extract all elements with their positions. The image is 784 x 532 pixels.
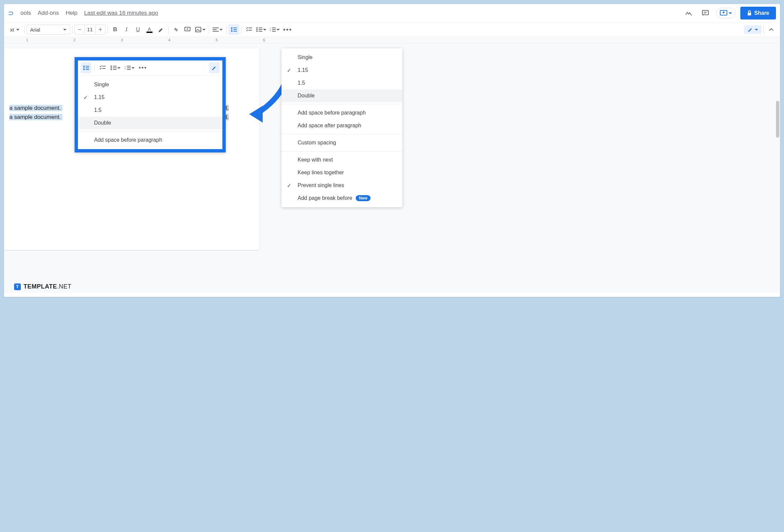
paragraph-style-select[interactable]: xt (7, 24, 22, 35)
spacing-option-15[interactable]: 1.5 (281, 77, 402, 89)
spacing-option-double[interactable]: Double (281, 89, 402, 102)
check-icon: ✓ (83, 94, 88, 101)
italic-button[interactable]: I (121, 24, 132, 35)
svg-text:2: 2 (124, 67, 126, 69)
check-icon: ✓ (287, 183, 291, 189)
menu-tools[interactable]: ools (21, 10, 31, 17)
line-spacing-button[interactable] (81, 62, 91, 73)
menubar: ⊃ ools Add-ons Help Last edit was 16 min… (4, 4, 780, 22)
svg-point-31 (111, 65, 112, 67)
chevron-down-icon (755, 29, 758, 31)
collapse-button[interactable] (766, 24, 777, 35)
scrollbar[interactable] (776, 101, 779, 138)
ruler-mark: 5 (216, 38, 218, 42)
spacing-option-double[interactable]: Double (78, 116, 222, 129)
checklist-button[interactable] (97, 62, 108, 73)
spacing-option-115[interactable]: ✓1.15 (78, 91, 222, 104)
keep-with-next[interactable]: Keep with next (281, 153, 402, 166)
font-select[interactable]: Arial (27, 25, 70, 35)
app-window: ⊃ ools Add-ons Help Last edit was 16 min… (4, 4, 780, 297)
editing-mode-button[interactable] (744, 25, 761, 34)
check-icon: ✓ (287, 67, 291, 74)
highlight-button[interactable] (156, 24, 166, 35)
ruler-mark: 6 (263, 38, 265, 42)
present-button[interactable] (716, 8, 736, 19)
spacing-option-single[interactable]: Single (78, 78, 222, 91)
increase-size-button[interactable]: + (96, 25, 105, 34)
custom-spacing[interactable]: Custom spacing (281, 136, 402, 149)
text-color-button[interactable]: A (144, 24, 155, 35)
svg-text:2: 2 (270, 29, 271, 31)
pencil-icon (747, 27, 753, 33)
numbered-list-button[interactable]: 12 (269, 24, 281, 35)
checklist-button[interactable] (244, 24, 254, 35)
link-button[interactable] (171, 24, 181, 35)
svg-rect-4 (748, 13, 751, 16)
menu-separator (281, 151, 402, 151)
ruler-mark: 2 (74, 38, 76, 42)
pencil-button[interactable] (209, 62, 220, 73)
comments-icon[interactable] (699, 7, 711, 19)
decrease-size-button[interactable]: − (75, 25, 84, 34)
image-button[interactable] (194, 24, 207, 35)
numbered-list-button[interactable]: 12 (123, 62, 136, 73)
bullet-list-button[interactable] (255, 24, 268, 35)
chevron-down-icon (263, 29, 267, 31)
svg-point-17 (256, 31, 258, 32)
svg-rect-0 (702, 10, 708, 15)
comment-button[interactable] (182, 24, 193, 35)
callout-toolbar: 12 ••• (78, 60, 222, 76)
callout-menu: Single ✓1.15 1.5 Double Add space before… (78, 76, 222, 149)
watermark-icon: T (14, 283, 21, 290)
lock-icon (747, 10, 752, 16)
chevron-down-icon (16, 29, 20, 31)
svg-point-33 (111, 69, 112, 70)
font-size-value[interactable]: 11 (84, 25, 96, 34)
chevron-down-icon (219, 29, 223, 31)
menu-help[interactable]: Help (66, 10, 78, 17)
ruler-mark: 1 (26, 38, 28, 42)
add-page-break-before[interactable]: Add page break beforeNew (281, 192, 402, 204)
chevron-down-icon (276, 29, 280, 31)
spacing-option-15[interactable]: 1.5 (78, 104, 222, 116)
last-edit-link[interactable]: Last edit was 16 minutes ago (84, 10, 158, 17)
menu-addons[interactable]: Add-ons (38, 10, 59, 17)
line-spacing-menu: Single ✓1.15 1.5 Double Add space before… (281, 48, 402, 207)
font-size-control: − 11 + (75, 25, 106, 35)
prevent-single-lines[interactable]: ✓Prevent single lines (281, 179, 402, 192)
menu-separator (281, 134, 402, 134)
new-badge: New (356, 195, 371, 201)
chevron-down-icon (117, 67, 120, 69)
activity-icon[interactable] (682, 7, 695, 19)
more-button[interactable]: ••• (137, 62, 148, 73)
toolbar: xt Arial − 11 + B I U A (4, 22, 780, 37)
document-area: a sample document. cument. a sample docu… (4, 44, 780, 293)
chevron-down-icon (729, 12, 732, 14)
share-label: Share (754, 10, 769, 16)
ruler[interactable]: 1 2 3 4 5 6 (4, 37, 780, 44)
line-spacing-button[interactable] (228, 24, 239, 35)
bold-button[interactable]: B (110, 24, 120, 35)
callout-box: 12 ••• Single ✓1.15 1.5 Double Add space… (75, 57, 226, 152)
share-button[interactable]: Share (740, 7, 776, 20)
align-button[interactable] (211, 24, 224, 35)
spacing-option-single[interactable]: Single (281, 51, 402, 64)
spacing-option-115[interactable]: ✓1.15 (281, 64, 402, 77)
ruler-mark: 4 (168, 38, 170, 42)
chevron-down-icon (131, 67, 135, 69)
chevron-down-icon (202, 29, 205, 31)
add-space-before[interactable]: Add space before paragraph (78, 134, 222, 146)
menu-separator (78, 131, 222, 132)
bullet-list-button[interactable] (109, 62, 122, 73)
ruler-mark: 3 (121, 38, 123, 42)
keep-lines-together[interactable]: Keep lines together (281, 166, 402, 179)
add-space-after[interactable]: Add space after paragraph (281, 119, 402, 132)
more-button[interactable]: ••• (282, 24, 293, 35)
underline-button[interactable]: U (133, 24, 143, 35)
pencil-icon (211, 65, 217, 71)
add-space-before[interactable]: Add space before paragraph (281, 107, 402, 119)
svg-rect-6 (196, 27, 201, 32)
watermark: T TEMPLATE.NET (14, 283, 72, 290)
svg-point-16 (256, 29, 258, 30)
doc-icon: ⊃ (8, 9, 14, 17)
